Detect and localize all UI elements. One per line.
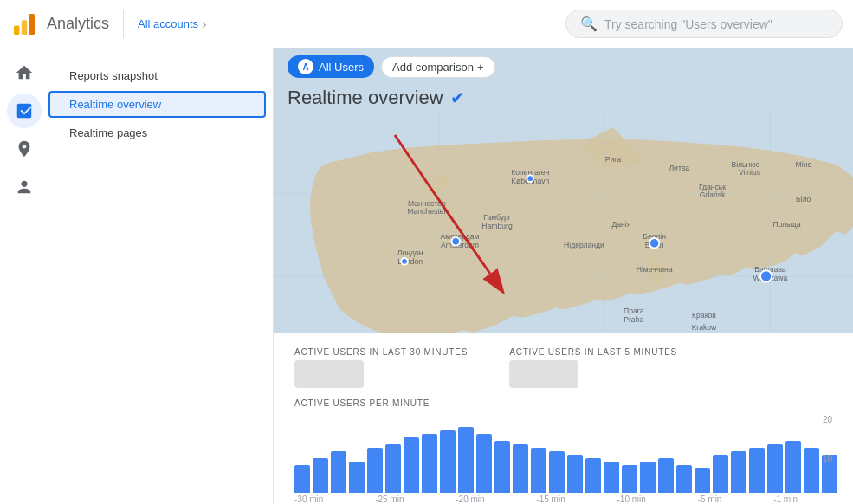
svg-rect-1 (22, 20, 27, 35)
nav-section-title: Reports snapshot (48, 62, 273, 89)
chart-bar (385, 444, 401, 493)
svg-text:Прага: Прага (624, 307, 644, 315)
svg-text:Manchester: Manchester (407, 207, 446, 216)
svg-text:Польща: Польща (772, 220, 800, 229)
all-users-label: All Users (319, 61, 364, 74)
stat-label-30min: ACTIVE USERS IN LAST 30 MINUTES (294, 347, 468, 357)
chart-bar (585, 458, 601, 493)
chart-bar (767, 444, 783, 493)
chart-bar (731, 451, 746, 493)
nav-item-realtime-pages[interactable]: Realtime pages (48, 120, 266, 146)
nav-panel: Reports snapshot Realtime overview Realt… (48, 48, 274, 504)
chart-bar (531, 448, 546, 493)
svg-point-42 (649, 238, 659, 248)
chart-bar (549, 451, 565, 493)
svg-text:Нiмеччина: Нiмеччина (637, 265, 673, 274)
search-icon: 🔍 (580, 16, 598, 32)
x-axis-label: -30 min (294, 494, 323, 504)
sidebar-home-icon[interactable] (7, 55, 42, 90)
chart-bar (294, 465, 310, 493)
verified-icon: ✔ (450, 87, 465, 108)
chart-label: ACTIVE USERS PER MINUTE (294, 398, 832, 408)
svg-text:Данія: Данія (611, 220, 630, 229)
breadcrumb-accounts[interactable]: All accounts (138, 17, 198, 30)
all-users-chip[interactable]: A All Users (288, 55, 374, 78)
svg-text:Краков: Краков (692, 311, 716, 320)
chart-bar (476, 434, 492, 493)
stats-card: ACTIVE USERS IN LAST 30 MINUTES ACTIVE U… (274, 333, 853, 504)
chart-container: 20 10 (294, 415, 832, 493)
chart-area: ACTIVE USERS PER MINUTE 20 10 -30 min-25… (294, 398, 832, 504)
stats-row: ACTIVE USERS IN LAST 30 MINUTES ACTIVE U… (294, 347, 832, 388)
svg-text:Біло: Біло (796, 195, 811, 204)
chart-bar (404, 437, 419, 493)
chip-avatar: A (298, 59, 313, 74)
chart-bar (513, 444, 528, 493)
analytics-logo (10, 10, 38, 38)
x-axis-label: -5 min (698, 494, 722, 504)
chart-bar (567, 455, 583, 493)
stat-label-5min: ACTIVE USERS IN LAST 5 MINUTES (509, 347, 677, 357)
svg-text:Hamburg: Hamburg (481, 222, 513, 230)
stat-value-30min (294, 360, 364, 388)
add-comparison-button[interactable]: Add comparison + (381, 56, 495, 78)
page-title-area: Realtime overview ✔ (288, 87, 465, 109)
svg-text:Рига: Рига (605, 155, 621, 164)
app-header: Analytics All accounts › 🔍 Try searching… (0, 0, 853, 48)
chart-bar (349, 462, 365, 493)
x-axis-label: -1 min (773, 494, 798, 504)
svg-point-40 (451, 237, 460, 246)
sidebar-reports-icon[interactable] (7, 94, 42, 128)
stat-value-5min (509, 360, 578, 388)
svg-text:Вільнюс: Вільнюс (731, 160, 759, 169)
content-area: Копенгаген København Рига Литва Вільнюс … (274, 48, 853, 504)
chart-bar (331, 451, 346, 493)
svg-rect-0 (14, 25, 19, 34)
sidebar-explore-icon[interactable] (7, 132, 42, 166)
chart-bar (458, 427, 474, 493)
chart-bar (676, 465, 692, 493)
main-layout: Reports snapshot Realtime overview Realt… (0, 48, 853, 504)
chart-bar (604, 462, 619, 493)
content-header: A All Users Add comparison + (288, 55, 495, 78)
chart-bar (422, 434, 437, 493)
x-axis-label: -25 min (375, 494, 404, 504)
search-placeholder: Try searching "Users overview" (604, 17, 772, 31)
chart-bar (367, 448, 383, 493)
y-label-10: 10 (823, 454, 832, 463)
svg-text:Мінс: Мінс (796, 160, 812, 169)
svg-text:Гамбург: Гамбург (483, 213, 511, 222)
x-axis-label: -15 min (536, 494, 565, 504)
breadcrumb[interactable]: All accounts › (138, 16, 206, 32)
chart-bar (640, 462, 656, 493)
svg-text:Нідерланди: Нідерланди (564, 241, 604, 249)
stat-item-5min: ACTIVE USERS IN LAST 5 MINUTES (509, 347, 677, 388)
chart-bar (749, 448, 765, 493)
x-axis-label: -20 min (456, 494, 484, 504)
chart-bar (713, 455, 728, 493)
svg-text:Praha: Praha (624, 315, 643, 324)
breadcrumb-chevron-icon: › (202, 16, 206, 32)
svg-point-41 (401, 258, 408, 265)
chart-bar (313, 458, 328, 493)
x-axis-label: -10 min (617, 494, 646, 504)
app-title: Analytics (47, 15, 109, 33)
nav-item-realtime-overview[interactable]: Realtime overview (48, 91, 266, 118)
svg-point-44 (527, 175, 533, 182)
stat-item-30min: ACTIVE USERS IN LAST 30 MINUTES (294, 347, 468, 388)
svg-text:Vilnius: Vilnius (739, 168, 760, 177)
chart-x-labels: -30 min-25 min-20 min-15 min-10 min-5 mi… (294, 494, 832, 504)
chart-bar (440, 430, 456, 493)
sidebar-audience-icon[interactable] (7, 170, 42, 204)
svg-text:Gdańsk: Gdańsk (700, 191, 726, 199)
search-bar[interactable]: 🔍 Try searching "Users overview" (565, 10, 843, 38)
y-label-20: 20 (823, 415, 832, 424)
chart-bar (804, 448, 819, 493)
svg-text:Литва: Литва (669, 164, 689, 172)
chart-y-labels: 20 10 (823, 415, 832, 493)
svg-text:Гданськ: Гданськ (699, 183, 726, 191)
chart-bar (622, 465, 637, 493)
logo-area: Analytics (10, 10, 124, 38)
add-comparison-label: Add comparison (392, 61, 474, 74)
chart-bar (785, 441, 801, 493)
